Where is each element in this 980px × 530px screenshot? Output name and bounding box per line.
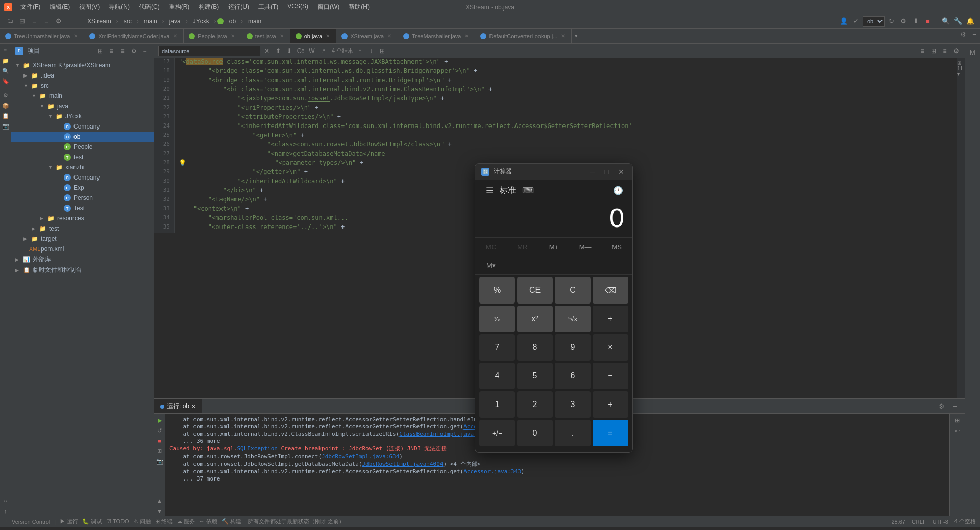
menu-build[interactable]: 构建(B) (194, 2, 223, 12)
expand-console-btn[interactable]: ▼ (155, 507, 164, 516)
tab-xmlfriendly[interactable]: XmlFriendlyNameCoder.java ✕ (84, 29, 184, 43)
search-up-btn[interactable]: ↑ (355, 46, 364, 56)
project-icon[interactable]: 🗂 (4, 16, 15, 27)
calc-5-btn[interactable]: 5 (517, 363, 553, 389)
link-jdbcrowset-4004[interactable]: JdbcRowSetImpl.java:4004 (362, 461, 444, 467)
calc-2-btn[interactable]: 2 (517, 391, 553, 418)
menu-refactor[interactable]: 重构(R) (165, 2, 194, 12)
run-status-btn[interactable]: ▶ 运行 (60, 518, 78, 525)
notification-icon[interactable]: 🔔 (965, 16, 976, 27)
calc-ce-btn[interactable]: CE (517, 277, 553, 304)
menu-navigate[interactable]: 导航(N) (105, 2, 134, 12)
tab-people[interactable]: People.java ✕ (184, 29, 241, 43)
search-multiline-btn[interactable]: ⊞ (378, 46, 387, 56)
sidebar-external-icon[interactable]: ⊞ (95, 46, 105, 56)
tab-xstream[interactable]: XStream.java ✕ (336, 29, 398, 43)
calc-hamburger-icon[interactable]: ☰ (483, 184, 496, 196)
calc-multiply-btn[interactable]: × (593, 334, 628, 361)
branch-selector[interactable]: ob (863, 16, 885, 27)
tab-treeunmarshaller[interactable]: TreeUnmarshaller.java ✕ (0, 29, 84, 43)
menu-code[interactable]: 代码(C) (135, 2, 164, 12)
settings-icon[interactable]: ⚙ (53, 16, 64, 27)
toolbar-btn-2[interactable]: ≡ (29, 16, 40, 27)
maven-icon[interactable]: M (967, 46, 979, 58)
close-tab-test[interactable]: ✕ (279, 33, 285, 39)
terminal-status-btn[interactable]: ⊞ 终端 (155, 518, 173, 525)
line-col-label[interactable]: 28:67 (891, 519, 905, 525)
link-classbean-402[interactable]: ClassBeanInfoImpl.java:402 (399, 431, 487, 437)
tree-exp[interactable]: ▶ E Exp (11, 183, 154, 193)
link-jdbcrowset-634[interactable]: JdbcRowSetImpl.java:634 (322, 453, 399, 460)
console-layout-btn[interactable]: ⊞ (155, 446, 164, 456)
search-next-btn[interactable]: ⬇ (285, 46, 294, 56)
problems-status-btn[interactable]: ⚠ 问题 (133, 518, 151, 525)
encoding-label[interactable]: UTF-8 (933, 519, 948, 525)
bottom-wrap-btn[interactable]: ↩ (953, 426, 962, 435)
minus-icon[interactable]: − (65, 16, 77, 27)
calc-history-icon[interactable]: 🕐 (612, 184, 624, 196)
sidebar-close-icon[interactable]: − (140, 46, 150, 56)
tree-java[interactable]: ▼ 📁 java (11, 101, 154, 111)
calc-subtract-btn[interactable]: − (593, 363, 628, 389)
calc-7-btn[interactable]: 7 (479, 334, 515, 361)
search-filter-btn2[interactable]: ⊞ (929, 46, 938, 56)
tree-people[interactable]: ▶ P People (11, 142, 154, 152)
menu-edit[interactable]: 编辑(E) (45, 2, 74, 12)
calc-percent-btn[interactable]: % (479, 277, 515, 304)
calc-3-btn[interactable]: 3 (555, 391, 591, 418)
breadcrumb-ob[interactable]: ob (225, 17, 240, 26)
calc-8-btn[interactable]: 8 (517, 334, 553, 361)
search-match-case-btn[interactable]: Cc (296, 46, 305, 56)
calc-backspace-btn[interactable]: ⌫ (593, 277, 628, 304)
tree-company[interactable]: ▶ C Company (11, 121, 154, 132)
calc-mplus-btn[interactable]: M+ (538, 238, 570, 256)
tree-xianzhi-company[interactable]: ▶ C Company (11, 172, 154, 183)
tab-test[interactable]: test.java ✕ (241, 29, 290, 43)
calc-equal-btn[interactable]: = (593, 420, 628, 446)
bookmark-btn-8[interactable]: 📷 (1, 121, 10, 131)
breadcrumb-xstream[interactable]: XStream (83, 17, 115, 26)
tree-src[interactable]: ▼ 📁 src (11, 81, 154, 91)
bookmark-btn-3[interactable]: 🔍 (1, 66, 10, 75)
bookmark-btn-4[interactable]: 🔖 (1, 77, 10, 86)
bookmark-btn-6[interactable]: 📦 (1, 101, 10, 110)
rerun-btn[interactable]: ↺ (155, 426, 164, 435)
collapse-console-btn[interactable]: ▲ (155, 496, 164, 506)
search-prev-btn[interactable]: ⬆ (274, 46, 283, 56)
calc-mc-btn[interactable]: MC (475, 238, 507, 256)
tree-test-folder[interactable]: ▶ 📁 test (11, 223, 154, 234)
menu-run[interactable]: 运行(U) (224, 2, 253, 12)
calc-minimize-btn[interactable]: ─ (587, 167, 598, 177)
menu-tools[interactable]: 工具(T) (254, 2, 282, 12)
right-gutter[interactable]: ⊞ 11 ▾ (957, 58, 965, 398)
gear-icon[interactable]: 🔧 (952, 16, 964, 27)
close-tab-people[interactable]: ✕ (230, 33, 236, 39)
calc-mminus-btn[interactable]: M— (570, 238, 601, 256)
tab-ob[interactable]: ob.java ✕ (290, 29, 336, 43)
calc-add-btn[interactable]: + (593, 391, 628, 418)
tab-settings[interactable]: ⚙ (958, 29, 969, 40)
link-sqlexception[interactable]: SQLException (237, 445, 277, 452)
panel-settings-btn[interactable]: ⚙ (936, 401, 947, 412)
search-options-btn[interactable]: ⚙ (951, 46, 961, 56)
calc-close-btn[interactable]: ✕ (616, 167, 626, 177)
search-regex-btn[interactable]: .* (318, 46, 328, 56)
stop-console-btn[interactable]: ■ (155, 436, 164, 445)
tree-test[interactable]: ▶ T test (11, 152, 154, 162)
tree-temp[interactable]: ▶ 📋 临时文件和控制台 (11, 265, 154, 275)
menu-help[interactable]: 帮助(H) (345, 2, 374, 12)
camera-btn[interactable]: 📷 (155, 457, 164, 466)
close-tab-xmlfriendly[interactable]: ✕ (172, 33, 178, 39)
calc-9-btn[interactable]: 9 (555, 334, 591, 361)
refresh-icon[interactable]: ↻ (886, 16, 897, 27)
bookmark-btn-7[interactable]: 📋 (1, 111, 10, 120)
calc-c-btn[interactable]: C (555, 277, 591, 304)
tree-root[interactable]: ▼ 📁 XStream K:\javafile\XStream (11, 60, 154, 70)
breadcrumb-java[interactable]: java (165, 17, 185, 26)
tab-more[interactable]: ▾ (572, 29, 581, 43)
breadcrumb-main2[interactable]: main (244, 17, 265, 26)
bottom-filter-btn[interactable]: ⊞ (953, 416, 962, 425)
calc-negate-btn[interactable]: +/− (479, 420, 515, 446)
calc-divide-btn[interactable]: ÷ (593, 306, 628, 332)
search-icon[interactable]: 🔍 (940, 16, 951, 27)
